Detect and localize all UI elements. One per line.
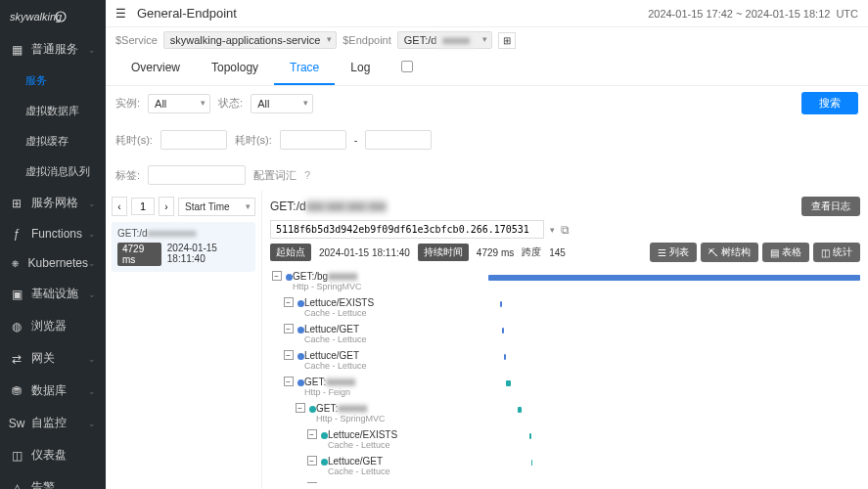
tab-trace[interactable]: Trace bbox=[274, 53, 335, 85]
toggle-icon[interactable]: − bbox=[284, 350, 294, 360]
sort-select[interactable]: Start Time bbox=[178, 198, 255, 216]
monitor-icon: Sw bbox=[10, 417, 23, 430]
span-name: Lettuce/EXISTS bbox=[304, 297, 500, 308]
toggle-icon[interactable]: − bbox=[307, 429, 317, 439]
view-stats-button[interactable]: ◫ 统计 bbox=[813, 243, 860, 262]
chevron-down-icon: ⌄ bbox=[88, 199, 96, 208]
globe-icon: ◍ bbox=[10, 320, 23, 333]
chevron-down-icon: ⌄ bbox=[88, 386, 96, 396]
span-meta: Http - SpringMVC bbox=[293, 282, 488, 291]
sidebar-label: 数据库 bbox=[31, 382, 67, 399]
sidebar-label: 虚拟缓存 bbox=[25, 134, 69, 149]
span-row[interactable]: −Lettuce/GETCache - Lettuce bbox=[305, 479, 860, 483]
span-name: Lettuce/GET bbox=[304, 350, 500, 361]
view-list-button[interactable]: ☰ 列表 bbox=[650, 243, 697, 262]
sidebar-item-普通服务[interactable]: ▦普通服务⌄ bbox=[0, 33, 106, 66]
sidebar-label: 仪表盘 bbox=[31, 447, 67, 464]
span-dot bbox=[297, 353, 304, 360]
sidebar-item-自监控[interactable]: Sw自监控⌄ bbox=[0, 407, 106, 439]
sidebar-item-告警[interactable]: △告警 bbox=[0, 471, 106, 489]
sidebar-item-Functions[interactable]: ƒFunctions⌄ bbox=[0, 219, 106, 248]
duration-max-input[interactable] bbox=[280, 130, 346, 150]
sidebar: skywalking ▦普通服务⌄服务虚拟数据库虚拟缓存虚拟消息队列⊞服务网格⌄… bbox=[0, 0, 106, 489]
span-row[interactable]: −Lettuce/EXISTSCache - Lettuce bbox=[282, 294, 860, 321]
sidebar-item-仪表盘[interactable]: ◫仪表盘 bbox=[0, 439, 106, 471]
span-meta: Cache - Lettuce bbox=[304, 361, 500, 371]
sidebar-item-浏览器[interactable]: ◍浏览器 bbox=[0, 310, 106, 342]
page-input[interactable] bbox=[131, 198, 155, 215]
copy-icon[interactable]: ⧉ bbox=[561, 223, 570, 237]
span-meta: Http - Feign bbox=[304, 387, 500, 397]
next-page-button[interactable]: › bbox=[159, 197, 174, 216]
status-select[interactable]: All bbox=[251, 94, 313, 113]
sidebar-label: 基础设施 bbox=[31, 286, 78, 302]
toggle-icon[interactable]: − bbox=[307, 456, 317, 466]
time-range[interactable]: 2024-01-15 17:42 ~ 2024-01-15 18:12 bbox=[648, 8, 830, 20]
sidebar-item-服务[interactable]: 服务 bbox=[0, 66, 106, 96]
tab-extra[interactable] bbox=[386, 53, 429, 85]
help-icon[interactable]: ? bbox=[304, 169, 310, 181]
sidebar-label: 虚拟消息队列 bbox=[25, 164, 90, 179]
tabs: OverviewTopologyTraceLog bbox=[106, 53, 868, 86]
toggle-icon[interactable]: − bbox=[272, 271, 282, 281]
sidebar-item-虚拟消息队列[interactable]: 虚拟消息队列 bbox=[0, 156, 106, 187]
tab-topology[interactable]: Topology bbox=[196, 53, 274, 85]
view-table-button[interactable]: ▤ 表格 bbox=[762, 243, 809, 262]
start-time: 2024-01-15 18:11:40 bbox=[319, 247, 410, 258]
topbar: ☰ General-Endpoint 2024-01-15 17:42 ~ 20… bbox=[106, 0, 868, 27]
sidebar-item-服务网格[interactable]: ⊞服务网格⌄ bbox=[0, 187, 106, 219]
span-row[interactable]: −Lettuce/GETCache - Lettuce bbox=[282, 347, 860, 374]
sidebar-item-基础设施[interactable]: ▣基础设施⌄ bbox=[0, 278, 106, 310]
filters: 实例: All 状态: All 搜索 耗时(s): 耗时(s): - 标签: 配… bbox=[106, 86, 868, 191]
instance-select[interactable]: All bbox=[148, 94, 210, 113]
toggle-icon[interactable]: − bbox=[284, 377, 294, 386]
toggle-icon[interactable]: − bbox=[284, 324, 294, 333]
span-row[interactable]: −Lettuce/EXISTSCache - Lettuce bbox=[305, 426, 860, 453]
view-log-button[interactable]: 查看日志 bbox=[801, 197, 860, 216]
trace-id-input[interactable] bbox=[270, 220, 544, 239]
toggle-icon[interactable]: − bbox=[307, 482, 317, 483]
sidebar-item-网关[interactable]: ⇄网关⌄ bbox=[0, 342, 106, 375]
endpoint-extra-icon[interactable]: ⊞ bbox=[498, 32, 516, 49]
span-row[interactable]: −Lettuce/GETCache - Lettuce bbox=[305, 453, 860, 479]
span-row[interactable]: −GET:/bgxxxxxxHttp - SpringMVC bbox=[270, 268, 860, 294]
chevron-down-icon: ⌄ bbox=[88, 419, 96, 428]
span-name: GET:xxxxxx bbox=[304, 377, 500, 387]
toggle-icon[interactable]: − bbox=[284, 297, 294, 307]
trace-id-dropdown-icon[interactable]: ▾ bbox=[550, 225, 555, 235]
tab-overview[interactable]: Overview bbox=[115, 53, 196, 85]
span-dot bbox=[321, 432, 328, 439]
tab-log[interactable]: Log bbox=[335, 53, 386, 85]
sidebar-item-虚拟缓存[interactable]: 虚拟缓存 bbox=[0, 126, 106, 156]
sidebar-item-虚拟数据库[interactable]: 虚拟数据库 bbox=[0, 96, 106, 126]
span-row[interactable]: −Lettuce/GETCache - Lettuce bbox=[282, 321, 860, 347]
sidebar-item-Kubernetes[interactable]: ⎈Kubernetes⌄ bbox=[0, 248, 106, 278]
duration-max2-input[interactable] bbox=[365, 130, 432, 150]
tag-input[interactable] bbox=[148, 165, 246, 185]
view-tree-button[interactable]: ⛏ 树结构 bbox=[701, 243, 758, 262]
sidebar-label: 服务 bbox=[25, 73, 47, 88]
page-title: General-Endpoint bbox=[137, 6, 237, 21]
db-icon: ⛃ bbox=[10, 384, 23, 398]
span-name: Lettuce/GET bbox=[304, 324, 500, 334]
tag-lookup: 配置词汇 bbox=[253, 168, 297, 183]
chevron-down-icon: ⌄ bbox=[88, 45, 96, 55]
duration-min-input[interactable] bbox=[160, 130, 227, 150]
span-row[interactable]: −GET:xxxxxxHttp - Feign bbox=[282, 374, 860, 400]
span-count: 145 bbox=[549, 247, 566, 258]
prev-page-button[interactable]: ‹ bbox=[112, 197, 127, 216]
main: ☰ General-Endpoint 2024-01-15 17:42 ~ 20… bbox=[106, 0, 868, 489]
service-select[interactable]: skywalking-applications-service bbox=[163, 31, 337, 49]
menu-icon[interactable]: ☰ bbox=[115, 7, 129, 21]
duration-meta-label: 持续时间 bbox=[418, 244, 469, 261]
endpoint-select[interactable]: GET:/dxxxxx bbox=[397, 31, 492, 49]
sidebar-label: 告警 bbox=[31, 479, 55, 489]
span-dot bbox=[297, 327, 304, 333]
span-row[interactable]: −GET:xxxxxxHttp - SpringMVC bbox=[294, 400, 860, 426]
search-button[interactable]: 搜索 bbox=[801, 92, 858, 114]
toggle-icon[interactable]: − bbox=[296, 403, 305, 413]
sidebar-item-数据库[interactable]: ⛃数据库⌄ bbox=[0, 375, 106, 407]
trace-list-item[interactable]: GET:/dxxxxxxxxxx 4729 ms 2024-01-15 18:1… bbox=[112, 222, 255, 272]
k8s-icon: ⎈ bbox=[10, 256, 21, 270]
span-dot bbox=[321, 459, 328, 466]
